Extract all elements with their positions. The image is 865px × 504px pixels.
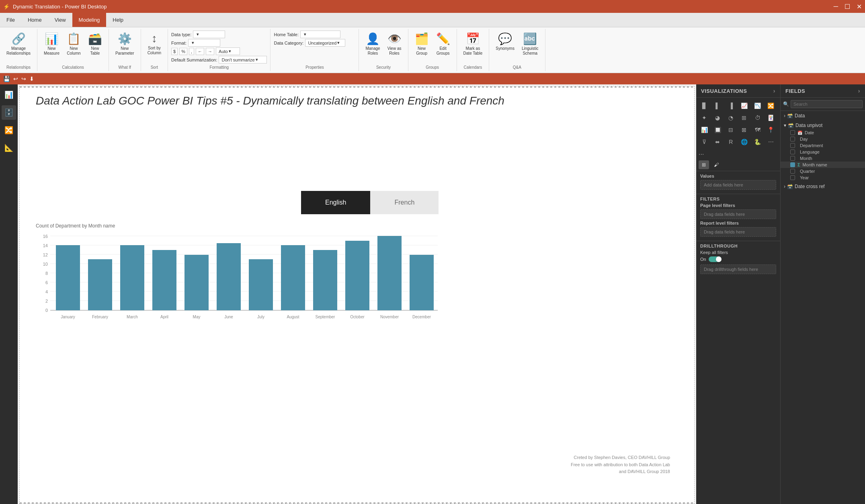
manage-roles-button[interactable]: 👤 ManageRoles <box>362 31 383 57</box>
viz-area[interactable]: 📉 <box>752 100 763 111</box>
save-button[interactable]: 💾 <box>3 76 10 82</box>
month-checkbox[interactable] <box>790 156 795 161</box>
english-button[interactable]: English <box>301 191 370 214</box>
summarization-dropdown[interactable]: Don't summarize ▾ <box>219 56 267 64</box>
viz-combo[interactable]: 🔀 <box>765 100 777 111</box>
decimal-plus[interactable]: → <box>206 48 214 55</box>
maximize-button[interactable]: ☐ <box>845 3 850 10</box>
percent-btn[interactable]: % <box>179 48 187 55</box>
department-checkbox[interactable] <box>790 143 795 148</box>
sidebar-data-icon[interactable]: 🗄️ <box>2 105 16 120</box>
viz-stacked-bar[interactable]: ▌ <box>712 100 723 111</box>
visualizations-chevron[interactable]: › <box>773 88 775 94</box>
close-button[interactable]: ✕ <box>857 3 862 10</box>
monthname-checkbox[interactable] <box>790 162 795 167</box>
data-type-dropdown[interactable]: ▾ <box>193 31 225 38</box>
viz-gauge[interactable]: ⏱ <box>752 112 763 123</box>
edit-groups-button[interactable]: ✏️ EditGroups <box>433 31 453 57</box>
sidebar-report-icon[interactable]: 📊 <box>2 88 16 102</box>
redo-button[interactable]: ↪ <box>21 76 26 82</box>
minimize-button[interactable]: ─ <box>834 3 838 10</box>
dollar-btn[interactable]: $ <box>171 48 178 55</box>
viz-tab-fields[interactable]: ⊞ <box>699 160 709 169</box>
viz-matrix[interactable]: ⊠ <box>738 124 750 135</box>
fields-chevron[interactable]: › <box>858 88 860 94</box>
viz-waterfall[interactable]: ⬌ <box>712 136 723 148</box>
menu-view[interactable]: View <box>48 13 72 27</box>
sidebar-dax-icon[interactable]: 📐 <box>2 141 16 155</box>
field-item-quarter[interactable]: Quarter <box>781 168 865 174</box>
viz-py[interactable]: 🐍 <box>752 136 763 148</box>
field-group-unpivot-header[interactable]: ▾ 🗃️ Data unpivot <box>781 121 865 129</box>
field-item-day[interactable]: Day <box>781 136 865 142</box>
field-item-department[interactable]: Department <box>781 142 865 149</box>
viz-scatter[interactable]: ✦ <box>699 112 710 123</box>
viz-funnel[interactable]: ⊽ <box>699 136 710 148</box>
synonyms-button[interactable]: 💬 Synonyms <box>492 31 518 53</box>
sidebar-model-icon[interactable]: 🔀 <box>2 123 16 137</box>
toggle-track[interactable] <box>709 256 722 262</box>
viz-pie[interactable]: ◕ <box>712 112 723 123</box>
data-category-dropdown[interactable]: Uncategorized ▾ <box>305 39 345 47</box>
mark-date-table-button[interactable]: 📅 Mark asDate Table <box>460 31 486 57</box>
report-level-drop[interactable]: Drag data fields here <box>700 227 776 237</box>
view-as-roles-button[interactable]: 👁️ View asRoles <box>384 31 405 57</box>
viz-tab-format[interactable]: 🖌 <box>711 160 722 169</box>
viz-map[interactable]: 📍 <box>765 124 777 135</box>
viz-table[interactable]: ⊟ <box>725 124 736 135</box>
menu-help[interactable]: Help <box>106 13 130 27</box>
viz-custom1[interactable]: R <box>725 136 736 148</box>
field-search-input[interactable] <box>791 100 863 108</box>
field-item-language[interactable]: Language <box>781 149 865 155</box>
more-dots[interactable]: ··· <box>696 150 780 159</box>
new-measure-button[interactable]: 📊 NewMeasure <box>41 31 63 57</box>
keep-all-toggle[interactable]: On <box>700 256 776 262</box>
menu-modeling[interactable]: Modeling <box>72 13 107 27</box>
dropdown-arrow[interactable]: ⬇ <box>29 76 34 82</box>
home-table-row: Home Table: ▾ <box>274 31 355 38</box>
viz-donut[interactable]: ◔ <box>725 112 736 123</box>
values-drop-zone[interactable]: Add data fields here <box>700 180 776 190</box>
linguistic-schema-button[interactable]: 🔤 LinguisticSchema <box>519 31 542 57</box>
day-checkbox[interactable] <box>790 137 795 141</box>
viz-bar-chart[interactable]: ▊ <box>699 100 710 111</box>
auto-dropdown[interactable]: Auto ▾ <box>216 47 240 55</box>
manage-relationships-button[interactable]: 🔗 ManageRelationships <box>3 31 34 57</box>
menu-home[interactable]: Home <box>21 13 48 27</box>
sort-by-column-button[interactable]: ↕️ Sort byColumn <box>144 31 164 57</box>
menu-file[interactable]: File <box>0 13 21 27</box>
field-item-year[interactable]: Year <box>781 174 865 181</box>
viz-kpi[interactable]: 📊 <box>699 124 710 135</box>
quarter-checkbox[interactable] <box>790 169 795 174</box>
language-checkbox[interactable] <box>790 150 795 154</box>
decimal-minus[interactable]: ← <box>196 48 204 55</box>
viz-treemap[interactable]: ⊞ <box>738 112 750 123</box>
date-checkbox[interactable] <box>790 130 795 135</box>
report-drag-text: Drag data fields here <box>704 229 745 234</box>
drillthrough-drop[interactable]: Drag drillthrough fields here <box>700 264 776 274</box>
new-column-button[interactable]: 📋 NewColumn <box>64 31 84 57</box>
viz-globe[interactable]: 🌐 <box>738 136 750 148</box>
field-item-date[interactable]: 📅 Date <box>781 129 865 136</box>
viz-more[interactable]: ⋯ <box>765 136 777 148</box>
year-checkbox[interactable] <box>790 175 795 180</box>
new-parameter-button[interactable]: ⚙️ NewParameter <box>112 31 137 57</box>
viz-line[interactable]: 📈 <box>738 100 750 111</box>
page-level-drop[interactable]: Drag data fields here <box>700 209 776 219</box>
field-group-crossref-header[interactable]: › 🗃️ Date cross ref <box>781 182 865 191</box>
new-group-button[interactable]: 🗂️ NewGroup <box>412 31 432 57</box>
french-button[interactable]: French <box>370 191 439 214</box>
comma-btn[interactable]: , <box>189 48 194 55</box>
field-item-monthname[interactable]: Σ Month name <box>781 162 865 168</box>
new-table-button[interactable]: 🗃️ NewTable <box>85 31 105 57</box>
format-dropdown[interactable]: ▾ <box>188 39 220 47</box>
home-table-dropdown[interactable]: ▾ <box>300 31 340 38</box>
field-item-month[interactable]: Month <box>781 155 865 162</box>
right-panels: VISUALIZATIONS › ▊ ▌ ▐ 📈 📉 🔀 ✦ ◕ ◔ ⊞ ⏱ 🃏… <box>696 84 865 504</box>
viz-card[interactable]: 🃏 <box>765 112 777 123</box>
viz-100-bar[interactable]: ▐ <box>725 100 736 111</box>
viz-filled-map[interactable]: 🗺 <box>752 124 763 135</box>
field-group-data-header[interactable]: › 🗃️ Data <box>781 112 865 120</box>
viz-slicer[interactable]: 🔲 <box>712 124 723 135</box>
undo-button[interactable]: ↩ <box>13 76 18 82</box>
